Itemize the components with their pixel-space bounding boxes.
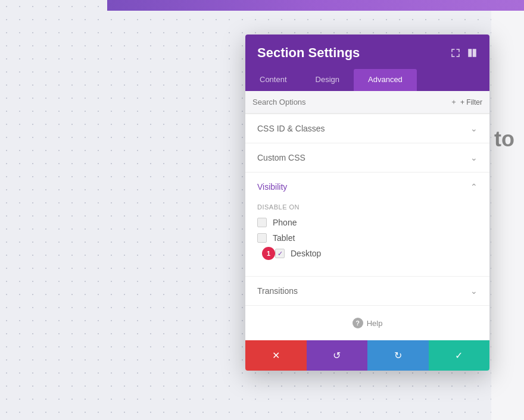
accordion-item-css: CSS ID & Classes ⌄ bbox=[245, 114, 489, 143]
transitions-section-title: Transitions bbox=[257, 286, 298, 296]
modal-footer: ✕ ↺ ↻ ✓ bbox=[245, 340, 489, 371]
checkmark-icon: ✓ bbox=[277, 250, 283, 258]
expand-icon[interactable] bbox=[450, 48, 461, 58]
checkbox-label-tablet: Tablet bbox=[273, 233, 295, 243]
checkbox-label-desktop: Desktop bbox=[291, 249, 321, 258]
help-link[interactable]: ? Help bbox=[353, 318, 383, 328]
accordion-header-visibility[interactable]: Visibility ⌃ bbox=[245, 173, 489, 201]
accordion-item-transitions: Transitions ⌄ bbox=[245, 276, 489, 305]
right-hint-text: to bbox=[494, 127, 524, 152]
accordion-header-custom-css[interactable]: Custom CSS ⌄ bbox=[245, 143, 489, 172]
chevron-down-icon-transitions: ⌄ bbox=[470, 286, 478, 296]
chevron-up-icon-visibility: ⌃ bbox=[470, 182, 478, 192]
help-section: ? Help bbox=[245, 305, 489, 340]
checkbox-row-tablet: Tablet bbox=[257, 233, 478, 243]
chevron-down-icon-css: ⌄ bbox=[470, 124, 478, 133]
search-input[interactable] bbox=[252, 98, 401, 106]
accordion: CSS ID & Classes ⌄ Custom CSS ⌄ Visibili… bbox=[245, 114, 489, 305]
help-icon: ? bbox=[353, 318, 363, 328]
visibility-content: Disable on Phone Tablet 1 ✓ D bbox=[245, 201, 489, 276]
badge-1: 1 bbox=[262, 247, 275, 260]
section-settings-modal: Section Settings Content Design Advanced… bbox=[245, 35, 489, 371]
checkbox-desktop[interactable]: ✓ bbox=[275, 249, 285, 258]
checkbox-row-phone: Phone bbox=[257, 218, 478, 227]
accordion-item-custom-css: Custom CSS ⌄ bbox=[245, 143, 489, 172]
cancel-button[interactable]: ✕ bbox=[245, 340, 307, 371]
save-icon: ✓ bbox=[455, 350, 463, 361]
tabs-bar: Content Design Advanced bbox=[245, 69, 489, 91]
top-gradient-bar bbox=[107, 0, 524, 11]
checkbox-row-desktop: 1 ✓ Desktop bbox=[275, 249, 478, 258]
checkbox-tablet[interactable] bbox=[257, 233, 267, 243]
reset-icon: ↺ bbox=[333, 350, 341, 361]
modal-title: Section Settings bbox=[257, 45, 360, 69]
checkbox-phone[interactable] bbox=[257, 218, 267, 227]
reset-button[interactable]: ↺ bbox=[307, 340, 368, 371]
css-section-title: CSS ID & Classes bbox=[257, 124, 325, 133]
accordion-header-css[interactable]: CSS ID & Classes ⌄ bbox=[245, 114, 489, 143]
custom-css-section-title: Custom CSS bbox=[257, 153, 305, 162]
tab-content[interactable]: Content bbox=[245, 69, 301, 91]
filter-button[interactable]: ＋ + Filter bbox=[450, 97, 482, 107]
chevron-down-icon-custom-css: ⌄ bbox=[470, 153, 478, 162]
filter-label: + Filter bbox=[460, 98, 482, 106]
visibility-section-title: Visibility bbox=[257, 182, 287, 192]
tab-advanced[interactable]: Advanced bbox=[354, 69, 417, 91]
filter-plus-icon: ＋ bbox=[450, 97, 457, 107]
help-label: Help bbox=[367, 319, 383, 328]
tab-design[interactable]: Design bbox=[301, 69, 354, 91]
right-sidebar-hint: to bbox=[491, 11, 524, 420]
search-bar: ＋ + Filter bbox=[245, 91, 489, 114]
redo-icon: ↻ bbox=[394, 350, 402, 361]
checkbox-label-phone: Phone bbox=[273, 218, 297, 227]
modal-header-icons bbox=[450, 45, 478, 58]
columns-icon[interactable] bbox=[467, 48, 478, 58]
disable-on-label: Disable on bbox=[257, 203, 478, 211]
save-button[interactable]: ✓ bbox=[429, 340, 490, 371]
accordion-header-transitions[interactable]: Transitions ⌄ bbox=[245, 277, 489, 305]
redo-button[interactable]: ↻ bbox=[367, 340, 429, 371]
modal-header: Section Settings bbox=[245, 35, 489, 69]
cancel-icon: ✕ bbox=[272, 350, 280, 361]
accordion-item-visibility: Visibility ⌃ Disable on Phone Tablet 1 bbox=[245, 172, 489, 276]
